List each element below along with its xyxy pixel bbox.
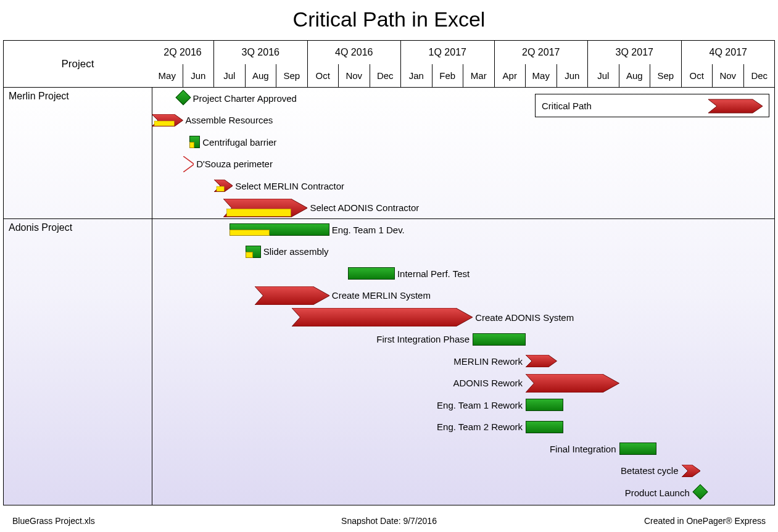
- month-row: MayJunJulAugSepOctNovDecJanFebMarAprMayJ…: [152, 64, 774, 88]
- chart-title: Critical Path in Excel: [2, 7, 776, 31]
- critical-path-icon: [708, 98, 764, 114]
- task-row: Final Integration: [152, 438, 774, 460]
- task-row: Select MERLIN Contractor: [152, 175, 774, 197]
- task-label: Eng. Team 1 Rework: [437, 399, 523, 411]
- task-label: Create ADONIS System: [475, 311, 574, 323]
- footer-file: BlueGrass Project.xls: [12, 516, 95, 530]
- month-cell: Jan: [401, 64, 432, 87]
- page: Critical Path in Excel Project 2Q 20163Q…: [0, 0, 778, 532]
- task-bar: [348, 267, 395, 280]
- month-cell: Jul: [214, 64, 246, 87]
- svg-marker-10: [682, 465, 700, 477]
- critical-task-bar: [214, 175, 233, 197]
- task-row: Eng. Team 1 Rework: [152, 394, 774, 416]
- task-row: Eng. Team 2 Rework: [152, 416, 774, 438]
- task-row: Product Launch: [152, 481, 774, 504]
- quarter-cell: 3Q 2016: [214, 41, 308, 64]
- quarter-row: 2Q 20163Q 20164Q 20161Q 20172Q 20173Q 20…: [152, 41, 774, 65]
- svg-marker-9: [526, 374, 619, 393]
- task-label: Select ADONIS Contractor: [310, 202, 420, 214]
- quarter-cell: 1Q 2017: [401, 41, 495, 64]
- month-cell: Dec: [744, 64, 776, 87]
- task-row: Create ADONIS System: [152, 306, 774, 328]
- swimlane-label: Adonis Project: [4, 218, 77, 237]
- month-cell: Apr: [495, 64, 526, 87]
- month-cell: Mar: [463, 64, 495, 87]
- month-cell: Aug: [619, 64, 651, 87]
- project-column-header: Project: [4, 41, 152, 88]
- progress-overlay: [246, 252, 254, 258]
- task-row: Select ADONIS Contractor: [152, 197, 774, 219]
- month-cell: Aug: [246, 64, 277, 87]
- task-label: Final Integration: [550, 443, 616, 455]
- svg-rect-1: [154, 121, 175, 126]
- task-label: Project Charter Approved: [193, 92, 297, 104]
- task-label: D'Souza perimeter: [196, 158, 273, 170]
- task-label: Internal Perf. Test: [397, 267, 470, 280]
- critical-task-bar: [223, 197, 307, 219]
- legend-label: Critical Path: [542, 101, 592, 111]
- month-cell: May: [526, 64, 557, 87]
- task-row: Centrifugal barrier: [152, 131, 774, 153]
- plot-area: Project Charter Approved Assemble Resour…: [152, 87, 774, 505]
- gantt-chart: Project 2Q 20163Q 20164Q 20161Q 20172Q 2…: [3, 40, 775, 505]
- task-label: Eng. Team 2 Rework: [437, 421, 523, 433]
- task-label: Slider assembly: [263, 246, 329, 258]
- task-bar: [526, 399, 563, 411]
- month-cell: Nov: [339, 64, 370, 87]
- task-label: Select MERLIN Contractor: [235, 180, 344, 192]
- month-cell: Oct: [308, 64, 339, 87]
- critical-task-bar: [682, 460, 700, 482]
- task-marker: [183, 153, 194, 175]
- quarter-cell: 4Q 2017: [682, 41, 776, 64]
- task-row: MERLIN Rework: [152, 350, 774, 372]
- critical-task-bar: [526, 350, 557, 372]
- task-row: ADONIS Rework: [152, 372, 774, 394]
- svg-rect-3: [217, 186, 224, 191]
- month-cell: Jun: [183, 64, 215, 87]
- task-row: D'Souza perimeter: [152, 153, 774, 175]
- task-bar: [473, 333, 526, 346]
- task-label: ADONIS Rework: [453, 377, 523, 389]
- task-label: MERLIN Rework: [453, 355, 523, 367]
- task-label: Product Launch: [625, 486, 690, 499]
- task-bar: [526, 421, 563, 433]
- month-cell: Sep: [650, 64, 682, 87]
- task-label: Betatest cycle: [621, 465, 678, 477]
- task-row: Slider assembly: [152, 241, 774, 263]
- milestone-icon: [175, 89, 191, 105]
- quarter-cell: 4Q 2016: [308, 41, 402, 64]
- svg-marker-8: [526, 355, 557, 367]
- task-label: Centrifugal barrier: [202, 136, 276, 148]
- month-cell: Jul: [588, 64, 619, 87]
- svg-rect-5: [227, 209, 291, 216]
- svg-marker-7: [292, 308, 473, 326]
- task-row: Betatest cycle: [152, 460, 774, 482]
- task-bar: [619, 443, 657, 455]
- task-label: First Integration Phase: [376, 333, 470, 346]
- critical-task-bar: [152, 109, 183, 131]
- footer-credit: Created in OnePager® Express: [644, 516, 766, 530]
- task-row: Internal Perf. Test: [152, 262, 774, 285]
- quarter-cell: 3Q 2017: [588, 41, 682, 64]
- month-cell: Feb: [432, 64, 464, 87]
- task-row: Eng. Team 1 Dev.: [152, 218, 774, 241]
- month-cell: Oct: [682, 64, 713, 87]
- quarter-cell: 2Q 2017: [495, 41, 589, 64]
- svg-marker-6: [255, 286, 329, 305]
- month-cell: May: [152, 64, 183, 87]
- progress-overlay: [189, 142, 195, 148]
- task-row: Create MERLIN System: [152, 285, 774, 307]
- task-label: Assemble Resources: [186, 114, 273, 127]
- quarter-cell: 2Q 2016: [152, 41, 214, 64]
- month-cell: Dec: [370, 64, 402, 87]
- swimlane-label: Merlin Project: [4, 87, 74, 106]
- month-cell: Nov: [713, 64, 744, 87]
- svg-marker-11: [708, 99, 763, 113]
- critical-task-bar: [255, 285, 329, 307]
- legend: Critical Path: [535, 94, 769, 117]
- swimlane-column: Merlin ProjectAdonis Project: [4, 87, 152, 505]
- critical-task-bar: [292, 306, 473, 328]
- task-label: Eng. Team 1 Dev.: [332, 223, 405, 236]
- critical-task-bar: [526, 372, 619, 394]
